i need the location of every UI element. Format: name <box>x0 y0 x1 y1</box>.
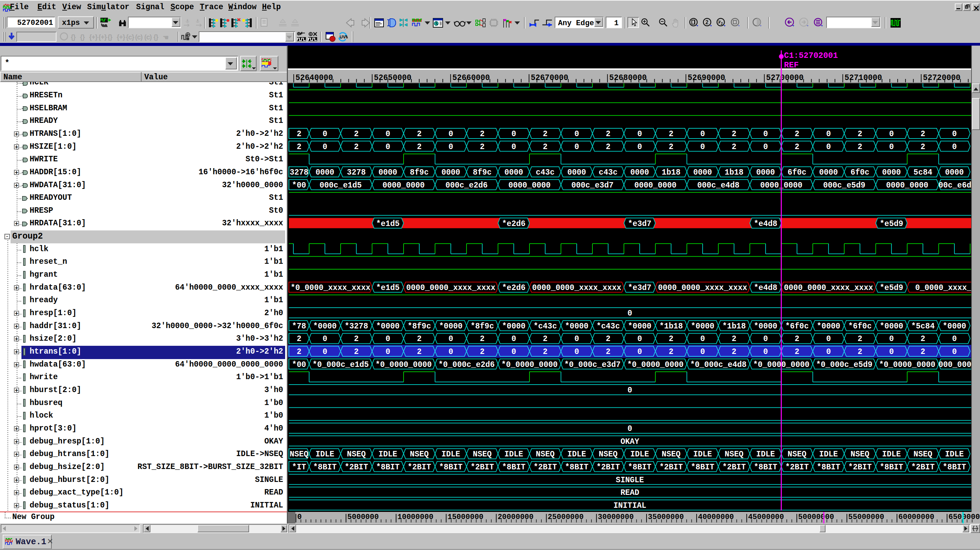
svg-text:IDLE: IDLE <box>504 450 523 459</box>
svg-text:*0000: *0000 <box>376 322 399 331</box>
svg-text:2: 2 <box>732 143 737 151</box>
svg-text:2: 2 <box>417 130 422 139</box>
svg-text:2: 2 <box>606 348 611 356</box>
svg-text:*e1d5: *e1d5 <box>376 220 399 228</box>
svg-text:NSEQ: NSEQ <box>725 450 743 459</box>
svg-text:2: 2 <box>543 130 547 139</box>
svg-text:2: 2 <box>606 335 611 343</box>
svg-text:*8f9c: *8f9c <box>408 322 431 331</box>
svg-text:*78: *78 <box>292 322 306 331</box>
svg-text:0000: 0000 <box>693 168 712 177</box>
svg-text:35000000: 35000000 <box>648 513 684 521</box>
svg-text:52650000: 52650000 <box>374 73 411 82</box>
svg-text:0000_0000_xxxx_xxxx: 0000_0000_xxxx_xxxx <box>532 284 621 292</box>
svg-text:0: 0 <box>889 335 894 343</box>
svg-text:0000_0000_xxxx_xxxx: 0000_0000_xxxx_xxxx <box>406 284 495 292</box>
svg-text:2: 2 <box>858 335 862 343</box>
svg-text:INITIAL: INITIAL <box>614 501 646 510</box>
svg-text:2: 2 <box>732 130 737 139</box>
svg-text:*00: *00 <box>292 181 306 190</box>
svg-text:0000: 0000 <box>756 168 775 177</box>
svg-text:0: 0 <box>700 348 705 356</box>
svg-text:2: 2 <box>858 348 862 356</box>
svg-text:0: 0 <box>889 130 894 139</box>
svg-text:*1b18: *1b18 <box>659 322 683 331</box>
svg-text:IDLE: IDLE <box>630 450 649 459</box>
svg-text:2: 2 <box>297 130 301 139</box>
svg-text:0: 0 <box>826 335 831 343</box>
svg-text:0: 0 <box>763 335 768 343</box>
svg-text:1b18: 1b18 <box>662 168 681 177</box>
svg-text:*0000: *0000 <box>754 322 777 331</box>
svg-text:*0000: *0000 <box>565 322 588 331</box>
svg-text:IDLE: IDLE <box>441 450 460 459</box>
svg-text:0: 0 <box>385 143 390 151</box>
svg-text:2: 2 <box>669 335 673 343</box>
svg-text:1b18: 1b18 <box>725 168 743 177</box>
svg-text:65000000: 65000000 <box>948 513 980 521</box>
svg-text:*0000: *0000 <box>817 322 840 331</box>
svg-text:0000: 0000 <box>315 168 334 177</box>
svg-text:0: 0 <box>511 143 516 151</box>
svg-text:*0_000c_e3d7: *0_000c_e3d7 <box>564 360 620 369</box>
svg-text:*8BIT: *8BIT <box>817 463 840 472</box>
svg-text:UVM: UVM <box>340 34 348 40</box>
svg-text:*c43c: *c43c <box>533 322 557 331</box>
svg-text:NSEQ: NSEQ <box>599 450 617 459</box>
svg-text:40000000: 40000000 <box>698 513 734 521</box>
svg-text:0000: 0000 <box>882 168 901 177</box>
svg-text:0: 0 <box>700 335 705 343</box>
svg-text:*c43c: *c43c <box>597 322 620 331</box>
svg-text:*0000: *0000 <box>313 322 337 331</box>
svg-text:*00: *00 <box>292 360 306 369</box>
svg-text:NSEQ: NSEQ <box>290 450 308 459</box>
svg-text:52700000: 52700000 <box>766 73 803 82</box>
svg-text:*0000: *0000 <box>691 322 714 331</box>
svg-text:0: 0 <box>763 348 768 356</box>
svg-text:*0_0000_0000: *0_0000_0000 <box>375 360 432 369</box>
svg-text:2: 2 <box>297 348 301 356</box>
svg-text:0000_0000: 0000_0000 <box>634 181 676 190</box>
svg-text:0000: 0000 <box>504 168 523 177</box>
svg-text:0000_0000_xxxx_xxxx: 0000_0000_xxxx_xxxx <box>658 284 747 292</box>
svg-text:*2BIT: *2BIT <box>597 463 620 472</box>
svg-text:0: 0 <box>323 143 327 151</box>
svg-text:2: 2 <box>480 335 485 343</box>
svg-text:0: 0 <box>385 335 390 343</box>
svg-text:3278: 3278 <box>347 168 366 177</box>
svg-text:*2BIT: *2BIT <box>345 463 368 472</box>
svg-text:2: 2 <box>795 348 799 356</box>
svg-text:*e3d7: *e3d7 <box>628 220 651 228</box>
svg-text:SINGLE: SINGLE <box>616 476 644 485</box>
svg-text:2: 2 <box>606 130 611 139</box>
svg-text:*0_0000_0000: *0_0000_0000 <box>627 360 684 369</box>
svg-text:IDLE: IDLE <box>693 450 712 459</box>
svg-text:0: 0 <box>574 348 579 356</box>
svg-text:*8BIT: *8BIT <box>880 463 903 472</box>
svg-text:2: 2 <box>297 335 301 343</box>
svg-text:IDLE: IDLE <box>945 450 964 459</box>
svg-text:2: 2 <box>920 348 925 356</box>
svg-text:*0_0000_0000: *0_0000_0000 <box>879 360 935 369</box>
svg-text:IDLE: IDLE <box>567 450 586 459</box>
svg-text:0000: 0000 <box>567 168 586 177</box>
svg-text:52720000: 52720000 <box>923 73 960 82</box>
svg-text:0000_0000_xxxx_xxxx: 0000_0000_xxxx_xxxx <box>784 284 873 292</box>
svg-text:0000: 0000 <box>819 168 838 177</box>
svg-text:*8BIT: *8BIT <box>691 463 714 472</box>
svg-text:READ: READ <box>620 488 639 497</box>
svg-text:0: 0 <box>627 309 632 318</box>
svg-text:0: 0 <box>889 143 894 151</box>
svg-text:0: 0 <box>889 348 894 356</box>
svg-text:NSEQ: NSEQ <box>788 450 807 459</box>
svg-text:2: 2 <box>669 348 673 356</box>
svg-text:0: 0 <box>323 130 327 139</box>
svg-text:000c_e4d8: 000c_e4d8 <box>697 181 740 190</box>
svg-text:2: 2 <box>920 143 925 151</box>
svg-text:2: 2 <box>606 143 611 151</box>
svg-text:2: 2 <box>297 143 301 151</box>
svg-text:5000000: 5000000 <box>347 513 379 521</box>
svg-text:*8BIT: *8BIT <box>565 463 588 472</box>
svg-text:0: 0 <box>511 348 516 356</box>
svg-text:2: 2 <box>795 130 799 139</box>
